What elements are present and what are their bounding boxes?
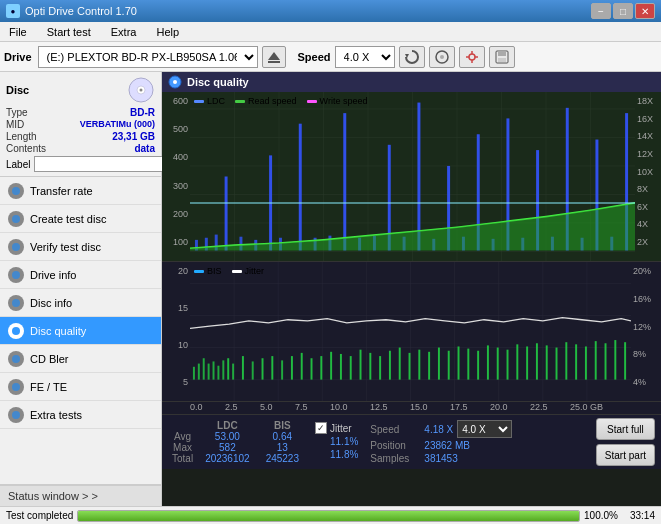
svg-rect-12	[498, 58, 506, 62]
label-input[interactable]	[34, 156, 167, 172]
stats-table: LDC BIS Avg 53.00 0.64 Max 582 13 Tota	[168, 420, 307, 464]
jitter-max-val: 11.8%	[315, 449, 358, 460]
svg-rect-120	[438, 348, 440, 380]
svg-rect-127	[507, 350, 509, 380]
svg-rect-93	[203, 358, 205, 379]
svg-rect-119	[428, 352, 430, 380]
nav-transfer-rate-label: Transfer rate	[30, 185, 93, 197]
x-label-2-5: 2.5	[225, 402, 238, 412]
nav-extra-tests-label: Extra tests	[30, 409, 82, 421]
svg-rect-101	[252, 361, 254, 379]
contents-value: data	[134, 143, 155, 154]
menu-bar: File Start test Extra Help	[0, 22, 661, 42]
svg-point-19	[12, 215, 20, 223]
type-value: BD-R	[130, 107, 155, 118]
eject-button[interactable]	[262, 46, 286, 68]
disc-quality-header: Disc quality	[162, 72, 661, 92]
svg-rect-1	[268, 61, 280, 63]
svg-rect-105	[291, 356, 293, 380]
status-text: Test completed	[6, 510, 73, 521]
svg-marker-0	[268, 52, 280, 60]
jitter-checkbox[interactable]: ✓	[315, 422, 327, 434]
svg-rect-111	[350, 356, 352, 380]
nav-cd-bler-label: CD Bler	[30, 353, 69, 365]
legend-write-speed: Write speed	[307, 96, 368, 106]
bottom-chart-right-12pct: 12%	[633, 322, 661, 332]
x-label-7-5: 7.5	[295, 402, 308, 412]
top-chart-right-18x: 18X	[637, 96, 661, 106]
svg-rect-135	[585, 346, 587, 379]
maximize-button[interactable]: □	[613, 3, 633, 19]
settings-button[interactable]	[459, 46, 485, 68]
legend-ldc: LDC	[194, 96, 225, 106]
nav-cd-bler[interactable]: CD Bler	[0, 345, 161, 373]
nav-transfer-rate[interactable]: Transfer rate	[0, 177, 161, 205]
menu-file[interactable]: File	[4, 25, 32, 39]
length-label: Length	[6, 131, 37, 142]
drive-select[interactable]: (E:) PLEXTOR BD-R PX-LB950SA 1.06	[38, 46, 258, 68]
menu-help[interactable]: Help	[151, 25, 184, 39]
svg-rect-107	[311, 358, 313, 379]
speed-stat-select[interactable]: 4.0 X	[457, 420, 512, 438]
bottom-bar: Test completed 100.0% 33:14	[0, 506, 661, 524]
nav-drive-info[interactable]: Drive info	[0, 261, 161, 289]
svg-rect-139	[624, 342, 626, 379]
toolbar: Drive (E:) PLEXTOR BD-R PX-LB950SA 1.06 …	[0, 42, 661, 72]
progress-bar-fill	[78, 511, 579, 521]
top-chart-right-16x: 16X	[637, 114, 661, 124]
svg-rect-98	[227, 358, 229, 379]
start-part-button[interactable]: Start part	[596, 444, 655, 466]
disc-quality-icon	[8, 323, 24, 339]
top-chart-y-200: 200	[162, 209, 188, 219]
svg-rect-11	[498, 51, 506, 56]
top-chart-y-300: 300	[162, 181, 188, 191]
svg-rect-61	[417, 103, 420, 251]
disc-panel: Disc Type BD-R MID VERBATIMu (000)	[0, 72, 161, 177]
svg-rect-132	[556, 348, 558, 380]
disc-quality-header-icon	[168, 75, 182, 89]
nav-create-test-disc[interactable]: Create test disc	[0, 205, 161, 233]
svg-rect-94	[208, 364, 210, 380]
start-full-button[interactable]: Start full	[596, 418, 655, 440]
minimize-button[interactable]: −	[591, 3, 611, 19]
menu-start-test[interactable]: Start test	[42, 25, 96, 39]
top-chart-right-6x: 6X	[637, 202, 661, 212]
svg-rect-114	[379, 356, 381, 380]
svg-rect-102	[262, 358, 264, 379]
nav-extra-tests[interactable]: Extra tests	[0, 401, 161, 429]
contents-label: Contents	[6, 143, 46, 154]
stats-max-bis: 13	[258, 442, 307, 453]
svg-rect-100	[242, 356, 244, 380]
svg-rect-106	[301, 353, 303, 380]
svg-rect-91	[193, 367, 195, 380]
drive-info-icon	[8, 267, 24, 283]
top-chart-right-14x: 14X	[637, 131, 661, 141]
svg-rect-99	[232, 364, 234, 380]
stats-bis-header: BIS	[258, 420, 307, 431]
save-button[interactable]	[489, 46, 515, 68]
close-button[interactable]: ✕	[635, 3, 655, 19]
status-window-button[interactable]: Status window > >	[0, 484, 161, 506]
svg-rect-112	[360, 350, 362, 380]
jitter-label: Jitter	[330, 423, 352, 434]
svg-point-21	[12, 271, 20, 279]
bottom-chart-right-16pct: 16%	[633, 294, 661, 304]
app-icon: ●	[6, 4, 20, 18]
svg-rect-48	[225, 177, 228, 251]
nav-disc-quality[interactable]: Disc quality	[0, 317, 161, 345]
stats-max-ldc: 582	[197, 442, 258, 453]
speed-select[interactable]: 4.0 X	[335, 46, 395, 68]
top-chart-y-500: 500	[162, 124, 188, 134]
refresh-button[interactable]	[399, 46, 425, 68]
mid-value: VERBATIMu (000)	[80, 119, 155, 130]
top-chart-right-8x: 8X	[637, 184, 661, 194]
label-field-label: Label	[6, 159, 30, 170]
app-title: Opti Drive Control 1.70	[25, 5, 137, 17]
nav-verify-test-disc[interactable]: Verify test disc	[0, 233, 161, 261]
nav-disc-info[interactable]: Disc info	[0, 289, 161, 317]
status-window-label: Status window > >	[8, 490, 98, 502]
menu-extra[interactable]: Extra	[106, 25, 142, 39]
bottom-chart-svg	[190, 262, 631, 401]
disc-icon-btn[interactable]	[429, 46, 455, 68]
nav-fe-te[interactable]: FE / TE	[0, 373, 161, 401]
